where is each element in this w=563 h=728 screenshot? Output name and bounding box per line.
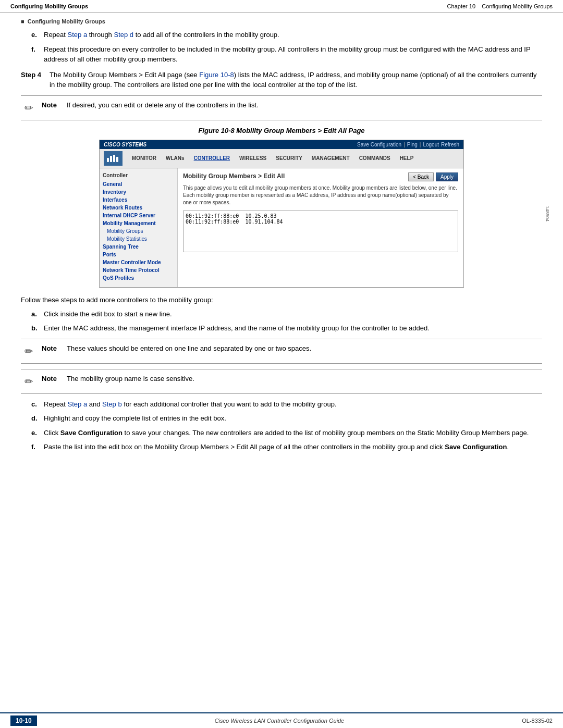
sidebar-item-mobility-groups[interactable]: Mobility Groups — [107, 228, 174, 234]
figure-caption: Figure 10-8 Mobility Group Members > Edi… — [21, 127, 542, 134]
figure-wrapper: CISCO SYSTEMS Save Configuration | Ping … — [21, 140, 542, 288]
apply-button[interactable]: Apply — [436, 172, 458, 181]
sidebar-item-master-controller[interactable]: Master Controller Mode — [103, 260, 174, 265]
chapter-header-right: Chapter 10 Configuring Mobility Groups — [447, 3, 553, 9]
sidebar-item-mobility-mgmt[interactable]: Mobility Management — [103, 220, 174, 226]
bullet-f-2: f. Paste the list into the edit box on t… — [31, 442, 542, 452]
chapter-header: Configuring Mobility Groups Chapter 10 C… — [0, 0, 563, 13]
cisco-topbar-links: Save Configuration | Ping | Logout Refre… — [357, 142, 459, 147]
cisco-edit-textarea[interactable]: 00:11:92:ff:88:e0 10.25.0.83 00:11:92:ff… — [183, 211, 458, 252]
step-a-link-2[interactable]: Step a — [68, 400, 88, 408]
bullet-e-2: e. Click Save Configuration to save your… — [31, 428, 542, 438]
footer-page-number: 10-10 — [10, 715, 37, 726]
nav-wireless[interactable]: WIRELESS — [236, 154, 270, 162]
footer-center-text: Cisco Wireless LAN Controller Configurat… — [37, 718, 522, 724]
sidebar-item-qos[interactable]: QoS Profiles — [103, 275, 174, 281]
cisco-main-header: Mobility Group Members > Edit All < Back… — [183, 172, 458, 181]
refresh-link[interactable]: Refresh — [441, 142, 459, 147]
svg-rect-2 — [110, 156, 112, 162]
bullet-f: f. Repeat this procedure on every contro… — [31, 44, 542, 65]
svg-rect-1 — [107, 158, 109, 162]
cisco-main-buttons: < Back Apply — [408, 172, 458, 181]
note-3: ✏ Note The mobility group name is case s… — [21, 369, 542, 394]
cisco-ui-screenshot: CISCO SYSTEMS Save Configuration | Ping … — [99, 140, 464, 288]
cisco-main-content: Mobility Group Members > Edit All < Back… — [178, 168, 463, 287]
sidebar-title: Controller — [103, 172, 174, 178]
pencil-icon-1: ✏ — [21, 100, 36, 116]
cisco-topbar: CISCO SYSTEMS Save Configuration | Ping … — [100, 140, 463, 149]
cisco-nav-logo — [104, 151, 123, 166]
sidebar-item-spanning-tree[interactable]: Spanning Tree — [103, 244, 174, 250]
nav-help[interactable]: HELP — [397, 154, 417, 162]
nav-monitor[interactable]: MONITOR — [129, 154, 160, 162]
bullet-e: e. Repeat Step a through Step d to add a… — [31, 30, 542, 40]
chapter-header-left: Configuring Mobility Groups — [10, 3, 88, 9]
note-1: ✏ Note If desired, you can edit or delet… — [21, 95, 542, 120]
sidebar-item-network-routes[interactable]: Network Routes — [103, 205, 174, 211]
note-2: ✏ Note These values should be entered on… — [21, 339, 542, 364]
nav-management[interactable]: MANAGEMENT — [309, 154, 353, 162]
step-b-link[interactable]: Step b — [102, 400, 122, 408]
cisco-body: Controller General Inventory Interfaces … — [100, 168, 463, 287]
nav-security[interactable]: SECURITY — [273, 154, 305, 162]
pencil-icon-3: ✏ — [21, 374, 36, 389]
back-button[interactable]: < Back — [408, 172, 434, 181]
sidebar-item-interfaces[interactable]: Interfaces — [103, 197, 174, 203]
cisco-navbar: MONITOR WLANs CONTROLLER WIRELESS SECURI… — [100, 149, 463, 168]
sidebar-item-inventory[interactable]: Inventory — [103, 189, 174, 195]
sidebar-item-ports[interactable]: Ports — [103, 252, 174, 257]
pencil-icon-2: ✏ — [21, 343, 36, 359]
page-footer: 10-10 Cisco Wireless LAN Controller Conf… — [0, 712, 563, 728]
ping-link[interactable]: Ping — [407, 142, 418, 147]
nav-commands[interactable]: COMMANDS — [356, 154, 394, 162]
follow-steps-intro: Follow these steps to add more controlle… — [21, 296, 542, 304]
sidebar-item-ntp[interactable]: Network Time Protocol — [103, 267, 174, 273]
bullets-ef-list: e. Repeat Step a through Step d to add a… — [31, 30, 542, 65]
bullets-cdef-list: c. Repeat Step a and Step b for each add… — [31, 399, 542, 452]
logout-link[interactable]: Logout — [423, 142, 439, 147]
bullet-b-1: b. Enter the MAC address, the management… — [31, 323, 542, 334]
bullet-a-1: a. Click inside the edit box to start a … — [31, 309, 542, 319]
page-content: ■ Configuring Mobility Groups e. Repeat … — [0, 13, 563, 467]
step-d-link[interactable]: Step d — [114, 31, 133, 39]
save-config-link[interactable]: Save Configuration — [357, 142, 401, 147]
sidebar-item-general[interactable]: General — [103, 181, 174, 187]
figure-10-8-link[interactable]: Figure 10-8 — [199, 71, 234, 79]
figure-side-number: 148504 — [545, 205, 550, 221]
cisco-sidebar: Controller General Inventory Interfaces … — [100, 168, 178, 287]
bullets-ab-list: a. Click inside the edit box to start a … — [31, 309, 542, 334]
sidebar-item-mobility-stats[interactable]: Mobility Statistics — [107, 236, 174, 242]
svg-rect-4 — [116, 157, 118, 162]
cisco-logo: CISCO SYSTEMS — [104, 142, 146, 147]
cisco-page-title: Mobility Group Members > Edit All — [183, 172, 285, 180]
section-breadcrumb: ■ Configuring Mobility Groups — [21, 18, 542, 24]
bullet-d: d. Highlight and copy the complete list … — [31, 413, 542, 424]
cisco-description: This page allows you to edit all mobilit… — [183, 184, 458, 206]
step-a-link[interactable]: Step a — [68, 31, 88, 39]
nav-wlans[interactable]: WLANs — [163, 154, 188, 162]
svg-rect-3 — [113, 155, 115, 162]
footer-right-text: OL-8335-02 — [522, 718, 553, 724]
nav-controller[interactable]: CONTROLLER — [191, 154, 233, 162]
bullet-c: c. Repeat Step a and Step b for each add… — [31, 399, 542, 410]
step-4: Step 4 The Mobility Group Members > Edit… — [21, 70, 542, 90]
sidebar-item-internal-dhcp[interactable]: Internal DHCP Server — [103, 213, 174, 218]
